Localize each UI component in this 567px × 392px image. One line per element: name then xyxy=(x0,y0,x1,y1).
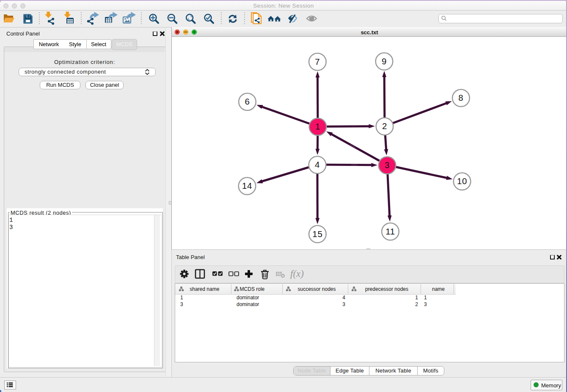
svg-text:10: 10 xyxy=(457,176,467,186)
svg-text:11: 11 xyxy=(385,226,395,236)
svg-text:15: 15 xyxy=(312,229,322,239)
svg-text:MCDS role: MCDS role xyxy=(240,286,265,292)
svg-text:2: 2 xyxy=(382,121,387,131)
svg-text:14: 14 xyxy=(242,181,252,190)
svg-text:6: 6 xyxy=(245,97,250,106)
svg-text:4: 4 xyxy=(315,160,320,169)
svg-text:name: name xyxy=(432,286,445,292)
svg-text:predecessor nodes: predecessor nodes xyxy=(365,286,408,292)
svg-text:1: 1 xyxy=(315,121,320,131)
svg-text:7: 7 xyxy=(315,57,320,66)
svg-text:3: 3 xyxy=(385,160,390,170)
svg-text:9: 9 xyxy=(382,56,387,66)
svg-text:f(x): f(x) xyxy=(290,268,304,279)
svg-text:successor nodes: successor nodes xyxy=(297,286,336,292)
svg-text:8: 8 xyxy=(458,93,463,102)
svg-text:shared name: shared name xyxy=(190,286,219,292)
